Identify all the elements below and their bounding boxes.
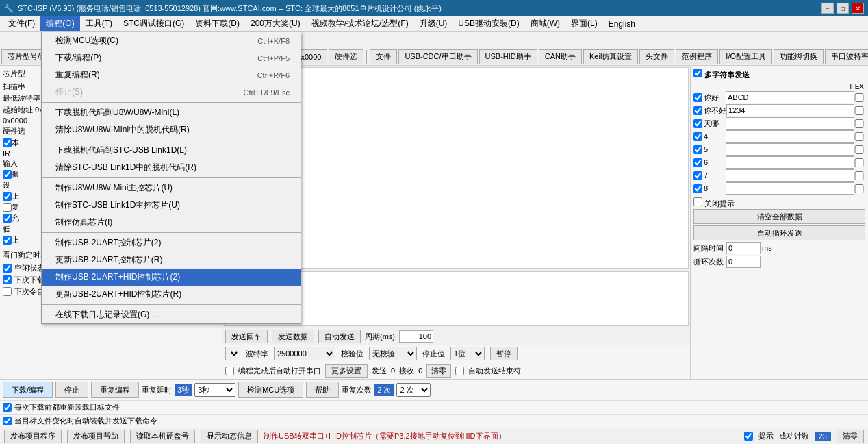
menu-program[interactable]: 编程(O) — [40, 16, 79, 31]
tab-usb-cdc[interactable]: USB-CDC/串口助手 — [398, 49, 477, 64]
interval-input[interactable] — [726, 242, 761, 254]
detect-mcu-btn[interactable]: 检测MCU选项 — [238, 382, 303, 398]
load-each-check[interactable] — [3, 403, 12, 412]
send-row-5-hex[interactable] — [854, 145, 864, 154]
tab-can[interactable]: CAN助手 — [539, 49, 582, 64]
tab-example[interactable]: 范例程序 — [676, 49, 718, 64]
tab-uart-calc[interactable]: 串口波特率计算器 — [825, 49, 868, 64]
parity-select[interactable]: 无校验 奇校验 偶校验 — [369, 347, 417, 360]
period-input[interactable] — [399, 330, 433, 343]
tab-io-config[interactable]: I/O配置工具 — [719, 49, 772, 64]
repeat-delay-select[interactable]: 3秒5秒10秒 — [194, 383, 235, 397]
send-row-7-hex[interactable] — [854, 171, 864, 180]
download-prog-item[interactable]: 下载/编程(P) Ctrl+P/F5 — [42, 49, 301, 66]
tab-header[interactable]: 头文件 — [639, 49, 674, 64]
hint-check[interactable] — [744, 432, 753, 441]
menu-upgrade[interactable]: 升级(U) — [414, 16, 453, 31]
repeat-prog-item[interactable]: 重复编程(R) Ctrl+R/F6 — [42, 66, 301, 84]
help-btn[interactable]: 帮助 — [306, 382, 339, 398]
send-row-8-hex[interactable] — [854, 184, 864, 193]
vib-checkbox[interactable] — [3, 170, 12, 179]
repeat-prog-btn[interactable]: 重复编程 — [91, 382, 139, 398]
show-dyn-info-btn[interactable]: 显示动态信息 — [201, 430, 258, 443]
make-usb2uart-item[interactable]: 制作USB-2UART控制芯片(2) — [42, 234, 301, 251]
send-row-1-input[interactable] — [726, 91, 854, 103]
send-row-8-check[interactable] — [693, 184, 702, 193]
menu-usb-install[interactable]: USB驱动安装(D) — [452, 16, 524, 31]
clear-usb-link-item[interactable]: 清除STC-USB Link1D中的脱机代码(R) — [42, 159, 301, 176]
publish-btn[interactable]: 发布项目程序 — [4, 430, 62, 443]
download-prog-btn[interactable]: 下载/编程 — [3, 382, 53, 398]
tab-keil[interactable]: Keil仿真设置 — [583, 49, 638, 64]
loop-count-input[interactable] — [726, 256, 761, 268]
download-usb-link-item[interactable]: 下载脱机代码到STC-USB Link1D(L) — [42, 142, 301, 159]
auto-send-end-check[interactable] — [455, 367, 464, 375]
menu-ui[interactable]: 界面(L) — [565, 16, 603, 31]
publish-help-btn[interactable]: 发布项目帮助 — [67, 430, 125, 443]
detect-mcu-item[interactable]: 检测MCU选项(C) Ctrl+K/F8 — [42, 32, 301, 49]
clear-count-btn[interactable]: 清零 — [426, 364, 451, 378]
maximize-button[interactable]: □ — [837, 3, 849, 14]
make-u8w-chip-item[interactable]: 制作U8W/U8W-Mini主控芯片(U) — [42, 180, 301, 197]
send-row-5-input[interactable] — [726, 143, 854, 156]
send-row-1-hex[interactable] — [854, 93, 864, 102]
send-return-btn[interactable]: 发送回车 — [225, 330, 268, 343]
send-row-4-hex[interactable] — [854, 132, 864, 141]
allow-checkbox[interactable] — [3, 214, 12, 223]
menu-debug[interactable]: STC调试接口(G) — [118, 16, 190, 31]
update-usb2uart-item[interactable]: 更新USB-2UART控制芯片(R) — [42, 251, 301, 269]
send-row-6-hex[interactable] — [854, 158, 864, 167]
read-hdd-btn[interactable]: 读取本机硬盘号 — [130, 430, 195, 443]
menu-tools[interactable]: 工具(T) — [80, 16, 118, 31]
make-sim-chip-item[interactable]: 制作仿真芯片(I) — [42, 214, 301, 231]
send-row-4-input[interactable] — [726, 130, 854, 143]
send-row-1-check[interactable] — [693, 93, 702, 102]
upper-checkbox[interactable] — [3, 192, 12, 201]
send-row-3-input[interactable] — [726, 117, 854, 130]
close-button[interactable]: ✕ — [852, 3, 864, 14]
menu-file[interactable]: 文件(F) — [3, 16, 40, 31]
send-row-2-check[interactable] — [693, 106, 702, 115]
clear-all-btn[interactable]: 清空全部数据 — [693, 209, 865, 224]
send-row-8-input[interactable] — [726, 182, 854, 195]
update-usb2uart-hid-item[interactable]: 更新USB-2UART+HID控制芯片(R) — [42, 286, 301, 303]
send-row-6-check[interactable] — [693, 158, 702, 167]
clear-count-status-btn[interactable]: 清零 — [837, 430, 864, 443]
menu-shop[interactable]: 商城(W) — [525, 16, 565, 31]
auto-send-btn[interactable]: 自动发送 — [318, 330, 361, 343]
repeat-count-select[interactable]: 2 次3 次5 次 — [396, 383, 431, 397]
copy-checkbox[interactable] — [3, 203, 12, 212]
tab-usb-hid[interactable]: USB-HID助手 — [479, 49, 537, 64]
send-row-7-input[interactable] — [726, 169, 854, 182]
menu-video[interactable]: 视频教学/技术论坛/选型(F) — [306, 16, 414, 31]
tab-hardware[interactable]: 硬件选 — [329, 49, 363, 64]
menu-english[interactable]: English — [603, 18, 641, 30]
send-row-2-input[interactable] — [726, 104, 854, 116]
clear-u8w-item[interactable]: 清除U8W/U8W-MIni中的脱机代码(R) — [42, 121, 301, 138]
serial-port-select[interactable] — [225, 347, 240, 360]
send-row-4-check[interactable] — [693, 132, 702, 141]
auto-load-check[interactable] — [3, 417, 12, 426]
close-hint-check[interactable] — [693, 197, 702, 206]
upper2-checkbox[interactable] — [3, 236, 12, 245]
send-row-5-check[interactable] — [693, 145, 702, 154]
auto-open-check[interactable] — [225, 367, 234, 375]
make-usb2uart-hid-item[interactable]: 制作USB-2UART+HID控制芯片(2) — [42, 269, 301, 286]
send-row-2-hex[interactable] — [854, 106, 864, 115]
auto-loop-btn[interactable]: 自动循环发送 — [693, 225, 865, 241]
tab-pin-switch[interactable]: 功能脚切换 — [774, 49, 824, 64]
stop-select[interactable]: 1位 2位 — [450, 347, 485, 360]
send-row-7-check[interactable] — [693, 171, 702, 180]
stop-btn[interactable]: 停止 — [55, 382, 88, 398]
log-settings-item[interactable]: 在线下载日志记录设置(G) ... — [42, 306, 301, 323]
menu-prize[interactable]: 200万大奖(U) — [245, 16, 306, 31]
multi-send-main-check[interactable] — [693, 69, 702, 77]
baud-select[interactable]: 2500000 115200 9600 — [274, 347, 335, 360]
tab-file[interactable]: 文件 — [370, 49, 397, 64]
minimize-button[interactable]: － — [821, 3, 834, 14]
idle-watchdog-check[interactable] — [3, 264, 12, 273]
auto-download-check[interactable] — [3, 287, 12, 296]
download-u8w-item[interactable]: 下载脱机代码到U8W/U8W-Mini(L) — [42, 104, 301, 121]
menu-download[interactable]: 资料下载(D) — [190, 16, 245, 31]
send-data-btn[interactable]: 发送数据 — [272, 330, 314, 343]
